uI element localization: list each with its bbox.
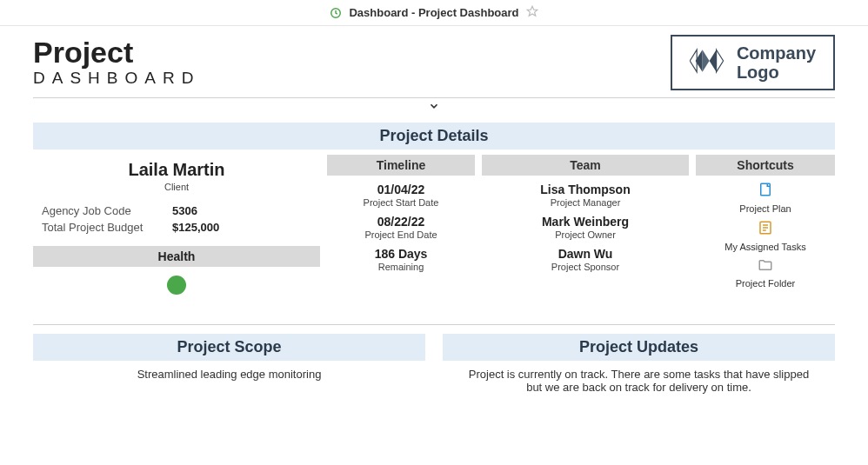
shortcuts-header: Shortcuts [696,155,835,176]
title-block: Project DASHBOARD [33,37,200,88]
svg-marker-6 [716,50,723,72]
logo-icon [690,47,726,78]
remaining-cell: 186 Days Remaining [327,247,475,272]
collapse-divider [33,97,835,116]
svg-marker-3 [702,50,709,72]
header-row: Project DASHBOARD Company Logo [33,35,835,90]
company-logo: Company Logo [671,35,835,90]
page-subtitle: DASHBOARD [33,69,200,88]
shortcut-project-folder[interactable]: Project Folder [696,257,835,289]
shortcuts-column: Shortcuts Project Plan My Assigned Tasks… [696,155,835,298]
health-indicator [167,276,186,295]
shortcut-project-plan[interactable]: Project Plan [696,181,835,214]
tasks-icon [758,219,773,240]
document-icon [758,181,773,202]
updates-header: Project Updates [443,334,835,361]
shortcut-label: Project Folder [696,278,835,289]
team-member-role: Project Owner [482,229,689,240]
end-date-cell: 08/22/22 Project End Date [327,215,475,240]
team-member-name: Lisa Thompson [482,183,689,196]
budget-label: Total Project Budget [42,221,172,234]
health-indicator-wrap [33,276,320,298]
lower-grid: Project Scope Streamlined leading edge m… [33,334,835,399]
page-title: Project [33,37,200,67]
lower-divider [33,324,835,325]
start-date: 01/04/22 [327,183,475,196]
job-code-label: Agency Job Code [42,204,172,217]
remaining-days: 186 Days [327,247,475,261]
end-date: 08/22/22 [327,215,475,229]
team-header: Team [482,155,689,176]
team-member-2: Dawn Wu Project Sponsor [482,247,689,272]
clock-icon [330,7,342,19]
scope-body: Streamlined leading edge monitoring [33,362,425,386]
scope-column: Project Scope Streamlined leading edge m… [33,334,425,399]
logo-text: Company Logo [737,43,816,82]
client-column: Laila Martin Client Agency Job Code 5306… [33,155,320,298]
job-code-value: 5306 [172,204,197,217]
topbar-title: Dashboard - Project Dashboard [349,6,518,19]
scope-header: Project Scope [33,334,425,361]
timeline-header: Timeline [327,155,475,176]
updates-column: Project Updates Project is currently on … [443,334,835,399]
remaining-label: Remaining [327,262,475,272]
star-icon[interactable] [526,5,538,20]
svg-marker-4 [709,50,716,72]
team-member-name: Dawn Wu [482,247,689,261]
team-member-1: Mark Weinberg Project Owner [482,215,689,240]
team-column: Team Lisa Thompson Project Manager Mark … [482,155,689,298]
details-grid: Laila Martin Client Agency Job Code 5306… [33,155,835,298]
start-date-cell: 01/04/22 Project Start Date [327,183,475,208]
shortcut-label: My Assigned Tasks [696,242,835,252]
team-member-0: Lisa Thompson Project Manager [482,183,689,208]
updates-body: Project is currently on track. There are… [443,362,835,399]
end-date-label: Project End Date [327,229,475,240]
team-member-role: Project Sponsor [482,262,689,272]
svg-marker-1 [527,6,537,16]
section-project-details: Project Details [33,123,835,149]
chevron-down-icon[interactable] [426,100,442,116]
folder-icon [757,257,774,276]
shortcut-label: Project Plan [696,203,835,214]
timeline-column: Timeline 01/04/22 Project Start Date 08/… [327,155,475,298]
budget-row: Total Project Budget $125,000 [33,221,320,234]
health-header: Health [33,246,320,267]
start-date-label: Project Start Date [327,197,475,208]
client-name: Laila Martin [33,160,320,180]
budget-value: $125,000 [172,221,219,234]
team-member-name: Mark Weinberg [482,215,689,229]
job-code-row: Agency Job Code 5306 [33,204,320,217]
client-role: Client [33,182,320,192]
team-member-role: Project Manager [482,197,689,208]
shortcut-my-tasks[interactable]: My Assigned Tasks [696,219,835,252]
topbar: Dashboard - Project Dashboard [0,0,868,26]
